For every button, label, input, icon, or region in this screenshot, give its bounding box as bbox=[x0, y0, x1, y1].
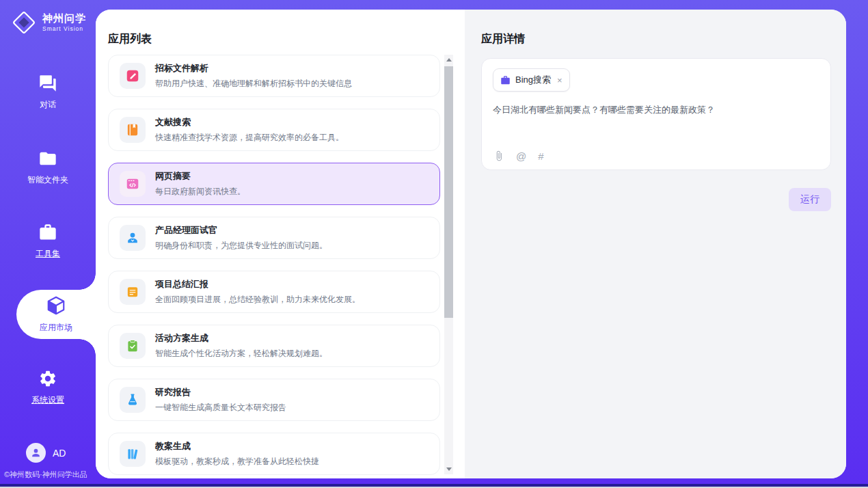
note-icon bbox=[120, 279, 146, 305]
books-icon bbox=[120, 441, 146, 467]
app-detail-title: 应用详情 bbox=[481, 32, 831, 46]
toolbox-icon bbox=[38, 232, 57, 244]
cube-icon bbox=[46, 295, 66, 318]
app-card[interactable]: 招标文件解析 帮助用户快速、准确地理解和解析招标书中的关键信息 bbox=[108, 55, 440, 97]
brand-logo: 神州问学 Smart Vision bbox=[11, 10, 86, 36]
interviewer-icon bbox=[120, 225, 146, 251]
browser-icon bbox=[120, 171, 146, 197]
app-card[interactable]: 文献搜索 快速精准查找学术资源，提高研究效率的必备工具。 bbox=[108, 109, 440, 151]
app-list: 招标文件解析 帮助用户快速、准确地理解和解析招标书中的关键信息 文献搜索 快速精… bbox=[108, 55, 440, 478]
app-desc: 快速精准查找学术资源，提高研究效率的必备工具。 bbox=[155, 132, 344, 144]
main-panel: 应用列表 招标文件解析 帮助用户快速、准确地理解和解析招标书中的关键信息 文献搜… bbox=[96, 10, 846, 478]
person-icon bbox=[30, 447, 42, 459]
app-card[interactable]: 项目总结汇报 全面回顾项目进展，总结经验教训，助力未来优化发展。 bbox=[108, 271, 440, 313]
sidebar-item-tools[interactable]: 工具集 bbox=[0, 223, 96, 260]
copyright-text: ©神州数码·神州问学出品 bbox=[4, 470, 87, 480]
gear-icon bbox=[38, 379, 57, 390]
scrollbar[interactable] bbox=[444, 55, 453, 474]
app-desc: 明确身份和职责，为您提供专业性的面试问题。 bbox=[155, 240, 327, 252]
app-desc: 帮助用户快速、准确地理解和解析招标书中的关键信息 bbox=[155, 78, 352, 90]
scroll-down-button[interactable] bbox=[444, 464, 453, 474]
app-title: 网页摘要 bbox=[155, 170, 245, 182]
briefcase-icon bbox=[500, 75, 511, 85]
tool-chip-label: Bing搜索 bbox=[515, 74, 551, 86]
folder-icon bbox=[38, 159, 57, 170]
chip-close-icon[interactable]: × bbox=[557, 75, 562, 85]
app-title: 项目总结汇报 bbox=[155, 278, 360, 290]
app-desc: 模板驱动，教案秒成，教学准备从此轻松快捷 bbox=[155, 456, 319, 467]
app-title: 研究报告 bbox=[155, 386, 286, 398]
triangle-up-icon bbox=[446, 58, 452, 62]
app-card[interactable]: 研究报告 一键智能生成高质量长文本研究报告 bbox=[108, 379, 440, 421]
chat-icon bbox=[38, 83, 57, 95]
app-list-title: 应用列表 bbox=[96, 18, 465, 46]
research-icon bbox=[120, 387, 146, 413]
app-title: 文献搜索 bbox=[155, 116, 344, 128]
app-card[interactable]: 教案生成 模板驱动，教案秒成，教学准备从此轻松快捷 bbox=[108, 433, 440, 475]
tool-chip-bing-search[interactable]: Bing搜索 × bbox=[493, 68, 570, 92]
query-input[interactable]: 今日湖北有哪些新闻要点？有哪些需要关注的最新政策？ bbox=[493, 103, 819, 117]
avatar bbox=[26, 443, 46, 463]
app-title: 招标文件解析 bbox=[155, 62, 352, 74]
app-detail-panel: 应用详情 Bing搜索 × 今日湖北有哪些新闻要点？有哪些需要关注的最新政策？ … bbox=[465, 10, 846, 478]
sidebar-item-folders[interactable]: 智能文件夹 bbox=[0, 149, 96, 186]
app-card[interactable]: 产品经理面试官 明确身份和职责，为您提供专业性的面试问题。 bbox=[108, 217, 440, 259]
input-toolbar: @ # bbox=[493, 150, 544, 161]
app-desc: 全面回顾项目进展，总结经验教训，助力未来优化发展。 bbox=[155, 294, 360, 306]
app-title: 教案生成 bbox=[155, 440, 319, 452]
app-list-panel: 应用列表 招标文件解析 帮助用户快速、准确地理解和解析招标书中的关键信息 文献搜… bbox=[96, 10, 465, 478]
scroll-up-button[interactable] bbox=[444, 55, 453, 65]
sidebar-item-settings[interactable]: 系统设置 bbox=[0, 369, 96, 406]
sidebar-item-chat[interactable]: 对话 bbox=[0, 74, 96, 111]
app-title: 活动方案生成 bbox=[155, 332, 327, 344]
app-desc: 每日政府新闻资讯快查。 bbox=[155, 186, 245, 198]
app-desc: 一键智能生成高质量长文本研究报告 bbox=[155, 402, 286, 414]
app-title: 产品经理面试官 bbox=[155, 224, 327, 236]
sidebar-item-market[interactable]: 应用市场 bbox=[16, 290, 96, 339]
attachment-icon[interactable] bbox=[493, 150, 504, 161]
brand-tagline: Smart Vision bbox=[42, 26, 86, 32]
user-account[interactable]: AD bbox=[26, 443, 66, 463]
triangle-down-icon bbox=[446, 467, 452, 471]
clipboard-icon bbox=[120, 333, 146, 359]
edit-icon bbox=[120, 63, 146, 89]
user-initials: AD bbox=[53, 448, 66, 459]
book-icon bbox=[120, 117, 146, 143]
brand-name: 神州问学 bbox=[42, 13, 86, 25]
prompt-card: Bing搜索 × 今日湖北有哪些新闻要点？有哪些需要关注的最新政策？ @ # bbox=[481, 58, 831, 170]
sidebar: 神州问学 Smart Vision 对话智能文件夹工具集应用市场系统设置 AD … bbox=[0, 0, 96, 488]
mention-icon[interactable]: @ bbox=[516, 151, 526, 161]
app-card[interactable]: 网页摘要 每日政府新闻资讯快查。 bbox=[108, 163, 440, 205]
app-desc: 智能生成个性化活动方案，轻松解决规划难题。 bbox=[155, 348, 327, 360]
hash-icon[interactable]: # bbox=[538, 151, 543, 161]
run-button[interactable]: 运行 bbox=[789, 188, 831, 211]
scrollbar-thumb[interactable] bbox=[444, 66, 453, 318]
app-card[interactable]: 活动方案生成 智能生成个性化活动方案，轻松解决规划难题。 bbox=[108, 325, 440, 367]
diamond-logo-icon bbox=[11, 10, 37, 36]
